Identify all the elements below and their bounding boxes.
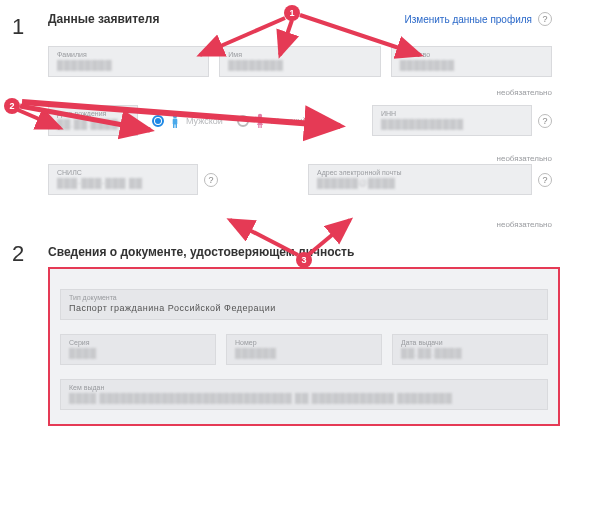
label-inn: ИНН [381, 110, 523, 117]
callout-2: 2 [4, 98, 20, 114]
field-issued-by[interactable]: Кем выдан ████ █████████████████████████… [60, 379, 548, 410]
optional-email: необязательно [497, 220, 552, 229]
section-document: 2 Сведения о документе, удостоверяющем л… [0, 241, 600, 426]
section1-header: Данные заявителя Изменить данные профиля… [0, 0, 600, 26]
male-icon [170, 113, 180, 129]
label-snils: СНИЛС [57, 169, 189, 176]
value-series: ████ [69, 348, 207, 358]
label-number: Номер [235, 339, 373, 346]
label-email: Адрес электронной почты [317, 169, 523, 176]
value-dob: ██.██.████ [57, 119, 129, 129]
field-surname[interactable]: Фамилия ████████ [48, 46, 209, 77]
svg-rect-6 [260, 124, 261, 128]
value-issue-date: ██.██.████ [401, 348, 539, 358]
field-patronymic[interactable]: Отчество ████████ [391, 46, 552, 77]
row-doc-type: Тип документа Паспорт гражданина Российс… [60, 289, 548, 320]
label-name: Имя [228, 51, 371, 58]
label-female: Женский [271, 116, 308, 126]
value-inn: ████████████ [381, 119, 523, 129]
value-surname: ████████ [57, 60, 200, 70]
field-inn[interactable]: ИНН ████████████ [372, 105, 532, 136]
svg-point-0 [173, 113, 177, 117]
row-fio: Фамилия ████████ Имя ████████ Отчество █… [0, 46, 600, 77]
row-series-number-date: Серия ████ Номер ██████ Дата выдачи ██.█… [60, 334, 548, 365]
optional-patronymic: необязательно [497, 88, 552, 97]
help-icon-email[interactable]: ? [538, 173, 552, 187]
label-male: Мужской [186, 116, 223, 126]
svg-rect-5 [258, 124, 259, 128]
gender-group: Мужской Женский [148, 113, 362, 129]
field-dob[interactable]: Дата рождения ██.██.████ [48, 105, 138, 136]
row-snils-email: СНИЛС ███-███-███ ██ ? Адрес электронной… [0, 164, 600, 195]
value-snils: ███-███-███ ██ [57, 178, 189, 188]
svg-rect-3 [176, 124, 178, 128]
field-issue-date[interactable]: Дата выдачи ██.██.████ [392, 334, 548, 365]
label-dob: Дата рождения [57, 110, 129, 117]
label-issued-by: Кем выдан [69, 384, 539, 391]
svg-rect-1 [173, 118, 178, 124]
radio-female[interactable] [237, 115, 249, 127]
label-patronymic: Отчество [400, 51, 543, 58]
label-series: Серия [69, 339, 207, 346]
svg-rect-2 [173, 124, 175, 128]
section-applicant: 1 Данные заявителя Изменить данные профи… [0, 0, 600, 195]
value-patronymic: ████████ [400, 60, 543, 70]
field-doc-type[interactable]: Тип документа Паспорт гражданина Российс… [60, 289, 548, 320]
help-icon-inn[interactable]: ? [538, 114, 552, 128]
field-number[interactable]: Номер ██████ [226, 334, 382, 365]
callout-1: 1 [284, 5, 300, 21]
value-number: ██████ [235, 348, 373, 358]
value-doc-type: Паспорт гражданина Российской Федерации [69, 303, 539, 313]
document-highlight-box: Тип документа Паспорт гражданина Российс… [48, 267, 560, 426]
female-icon [255, 113, 265, 129]
section1-title: Данные заявителя [48, 12, 159, 26]
optional-inn: необязательно [497, 154, 552, 163]
field-series[interactable]: Серия ████ [60, 334, 216, 365]
label-surname: Фамилия [57, 51, 200, 58]
value-email: ██████@████ [317, 178, 523, 188]
value-name: ████████ [228, 60, 371, 70]
row-dob-gender-inn: Дата рождения ██.██.████ Мужской Женский… [0, 105, 600, 136]
edit-profile-link[interactable]: Изменить данные профиля [405, 14, 532, 25]
radio-male[interactable] [152, 115, 164, 127]
row-issued-by: Кем выдан ████ █████████████████████████… [60, 379, 548, 410]
field-snils[interactable]: СНИЛС ███-███-███ ██ [48, 164, 198, 195]
label-issue-date: Дата выдачи [401, 339, 539, 346]
field-name[interactable]: Имя ████████ [219, 46, 380, 77]
svg-point-4 [258, 113, 262, 117]
callout-3: 3 [296, 252, 312, 268]
value-issued-by: ████ ████████████████████████████ ██ ███… [69, 393, 539, 403]
label-doc-type: Тип документа [69, 294, 539, 301]
help-icon[interactable]: ? [538, 12, 552, 26]
help-icon-snils[interactable]: ? [204, 173, 218, 187]
field-email[interactable]: Адрес электронной почты ██████@████ [308, 164, 532, 195]
